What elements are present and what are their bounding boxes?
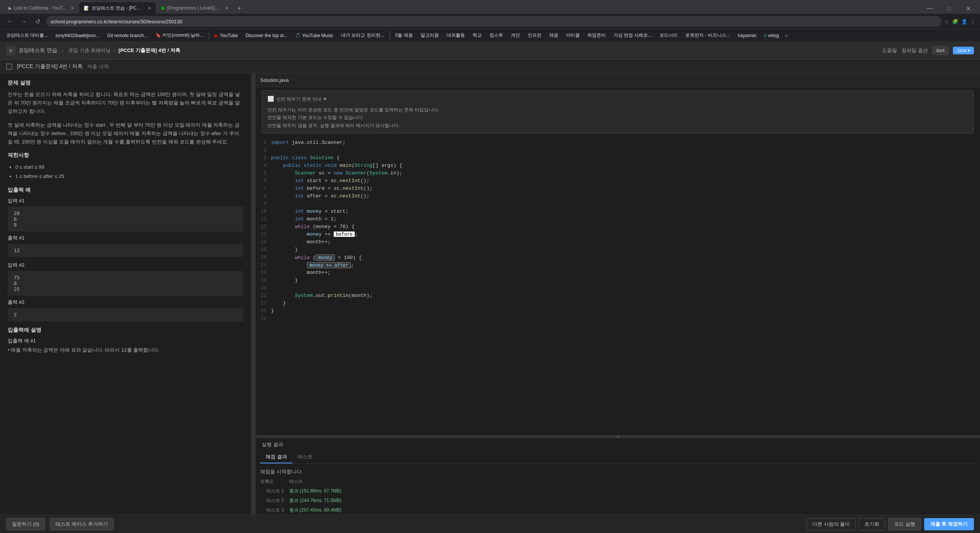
lc-7: int before = sc.nextInt(); bbox=[271, 186, 980, 191]
bookmark-algo[interactable]: 알고리즘 bbox=[417, 31, 442, 39]
close-button[interactable]: ✕ bbox=[959, 3, 977, 14]
bookmark-school[interactable]: 학교 bbox=[470, 31, 485, 39]
reset-button[interactable]: 초기화 bbox=[859, 518, 885, 530]
panel-divider[interactable] bbox=[253, 73, 256, 515]
editor-area: ⬜ 빈칸 채우기 문제 안내 ▼ 빈칸 채우기는 이미 완성된 코드 중 빈칸에… bbox=[256, 87, 980, 435]
submit-button[interactable]: 제출 후 채점하기 bbox=[924, 518, 974, 530]
tab-scoring[interactable]: 채점 결과 bbox=[260, 451, 292, 463]
blank-input-1[interactable]: before bbox=[334, 231, 355, 237]
blank-input-2[interactable]: money bbox=[316, 254, 335, 261]
settings-icon[interactable]: ⋮ bbox=[970, 19, 975, 24]
other-solutions-button[interactable]: 다른 사람의 풀이 bbox=[807, 518, 856, 530]
tab-1[interactable]: ▶ Lost In California - YouT... × bbox=[4, 2, 78, 14]
bookmark-may[interactable]: 5월 채용 bbox=[392, 31, 416, 39]
run-button[interactable]: 코드 실행 bbox=[888, 518, 921, 530]
add-test-button[interactable]: 테스트 케이스 추가하기 bbox=[50, 518, 114, 530]
tab-2[interactable]: 📝 코딩테스트 연습 - [PCCE 기출... × bbox=[79, 2, 156, 14]
divider-handle[interactable] bbox=[256, 435, 980, 438]
tab3-close[interactable]: × bbox=[225, 5, 228, 11]
bookmark-commit[interactable]: 🔖 커밋(commit) 날짜... bbox=[152, 31, 207, 39]
bottom-right: 다른 사람의 풀이 초기화 코드 실행 제출 후 채점하기 bbox=[807, 518, 974, 530]
forward-button[interactable]: → bbox=[18, 16, 29, 27]
lc-23: } bbox=[271, 308, 980, 314]
ln-12: 12 bbox=[256, 224, 271, 230]
constraint-1: 0 ≤ start ≤ 99 bbox=[15, 163, 243, 172]
lang-toggle-button[interactable]: Java ▾ bbox=[953, 47, 974, 54]
breadcrumb-item-1[interactable]: 코딩 기초 트레이닝 bbox=[68, 47, 111, 54]
input2-label: 입력 #2 bbox=[8, 262, 243, 269]
bookmark-ytmusic[interactable]: 🎵 YouTube Music bbox=[292, 32, 336, 39]
code-line-23: 23 } bbox=[256, 308, 980, 316]
description-p2: 첫 달에 저축하는 금액을 나타내는 정수 start , 두 번째 달 부터 … bbox=[8, 121, 243, 146]
lc-21: System.out.println(month); bbox=[271, 293, 980, 298]
tab1-close[interactable]: × bbox=[71, 5, 74, 11]
bookmark-interview[interactable]: 가상 면접 사례로... bbox=[610, 31, 655, 39]
bookmarks-bar: 코딩테스트 대비를... tony9402/baektjoon... Git r… bbox=[0, 29, 980, 41]
bookmark-notes[interactable]: 내가 보라고 정리한... bbox=[338, 31, 387, 39]
extension-icon[interactable]: 🧩 bbox=[952, 19, 958, 24]
bookmark-more[interactable]: » bbox=[785, 33, 788, 38]
bookmark-velog[interactable]: v velog bbox=[761, 32, 782, 39]
app-container: ≡ 코딩테스트 연습 › 코딩 기초 트레이닝 › [PCCE 기출문제] 4번… bbox=[0, 41, 980, 533]
address-bar: ← → ↺ ☆ 🧩 👤 ⋮ bbox=[0, 14, 980, 29]
theme-toggle-button[interactable]: dark bbox=[933, 46, 948, 55]
lc-19: } bbox=[271, 277, 980, 283]
tab2-favicon: 📝 bbox=[84, 6, 89, 11]
test3-label: 테스트 3 bbox=[266, 507, 289, 513]
compiler-link[interactable]: 컴파일 옵션 bbox=[902, 47, 928, 54]
bookmark-jumpto[interactable]: 점스투 bbox=[486, 31, 506, 39]
tab-test[interactable]: 테스트 bbox=[292, 451, 318, 463]
bookmark-star-icon[interactable]: ☆ bbox=[944, 19, 949, 24]
constraints-title: 제한사항 bbox=[8, 152, 243, 159]
guide-toggle[interactable]: 빈칸 채우기 문제 안내 ▼ bbox=[276, 95, 327, 103]
bookmark-youtube[interactable]: ▶YouTube bbox=[212, 32, 241, 39]
bookmark-codenary-label: 코드너리 bbox=[659, 32, 678, 39]
guide-header: ⬜ 빈칸 채우기 문제 안내 ▼ bbox=[267, 95, 968, 104]
ln-19: 19 bbox=[256, 277, 271, 283]
tab2-close[interactable]: × bbox=[148, 5, 151, 11]
ln-16: 16 bbox=[256, 254, 271, 260]
blank-input-3[interactable]: money += after bbox=[307, 262, 351, 268]
bookmark-git-label: Git remote branch... bbox=[107, 33, 148, 38]
code-line-6: 6 int start = sc.nextInt(); bbox=[256, 178, 980, 186]
input1-box: 28 6 8 bbox=[8, 207, 243, 231]
bookmark-sep-2 bbox=[390, 32, 390, 39]
bookmark-rocketpunch[interactable]: 로켓펀지 - 비즈니스... bbox=[682, 31, 733, 39]
maximize-button[interactable]: □ bbox=[940, 3, 958, 14]
bookmark-activities[interactable]: 대외활동 bbox=[444, 31, 468, 39]
blank-fill-guide: ⬜ 빈칸 채우기 문제 안내 ▼ 빈칸 채우기는 이미 완성된 코드 중 빈칸에… bbox=[262, 90, 974, 134]
bookmark-codenary[interactable]: 코드너리 bbox=[656, 31, 681, 39]
lc-3: public class Solution { bbox=[271, 155, 980, 161]
profile-icon[interactable]: 👤 bbox=[961, 19, 967, 24]
bookmark-jobprep[interactable]: 취업준비 bbox=[584, 31, 609, 39]
ln-6: 6 bbox=[256, 178, 271, 184]
reload-button[interactable]: ↺ bbox=[32, 16, 43, 27]
ln-15: 15 bbox=[256, 247, 271, 253]
bookmark-job[interactable]: 채용 bbox=[546, 31, 561, 39]
ln-4: 4 bbox=[256, 163, 271, 168]
minimize-button[interactable]: — bbox=[921, 3, 939, 14]
bookmark-git[interactable]: Git remote branch... bbox=[104, 32, 151, 39]
submit-history-button[interactable]: 제출 내역 bbox=[87, 63, 109, 70]
bookmark-personal[interactable]: 개인 bbox=[508, 31, 523, 39]
help-link[interactable]: 도움말 bbox=[882, 47, 897, 54]
bookmark-inflearn[interactable]: 인프런 bbox=[525, 31, 545, 39]
test1-label: 테스트 1 bbox=[266, 488, 289, 494]
ask-button[interactable]: 질문하기 (0) bbox=[6, 518, 45, 530]
bookmark-discover[interactable]: Discover the top st... bbox=[243, 32, 290, 39]
code-line-15: 15 } bbox=[256, 247, 980, 254]
new-tab-button[interactable]: + bbox=[234, 3, 245, 14]
bookmark-article[interactable]: 아티클 bbox=[563, 31, 583, 39]
tab-3[interactable]: ⬟ [Programmers | Level0] PCCI × bbox=[157, 2, 233, 14]
description-title: 문제 설명 bbox=[8, 80, 243, 86]
code-line-19: 19 } bbox=[256, 277, 980, 285]
nav-logo-text: 코딩테스트 연습 bbox=[18, 47, 57, 54]
back-button[interactable]: ← bbox=[5, 16, 15, 27]
ln-7: 7 bbox=[256, 186, 271, 191]
bookmark-tony[interactable]: tony9402/baektjoon... bbox=[52, 32, 103, 39]
bookmark-codintest[interactable]: 코딩테스트 대비를... bbox=[3, 31, 51, 39]
address-input[interactable] bbox=[46, 16, 941, 27]
checkbox-icon bbox=[6, 64, 12, 70]
ln-2: 2 bbox=[256, 147, 271, 153]
bookmark-hayannin[interactable]: hayannin bbox=[735, 32, 760, 39]
